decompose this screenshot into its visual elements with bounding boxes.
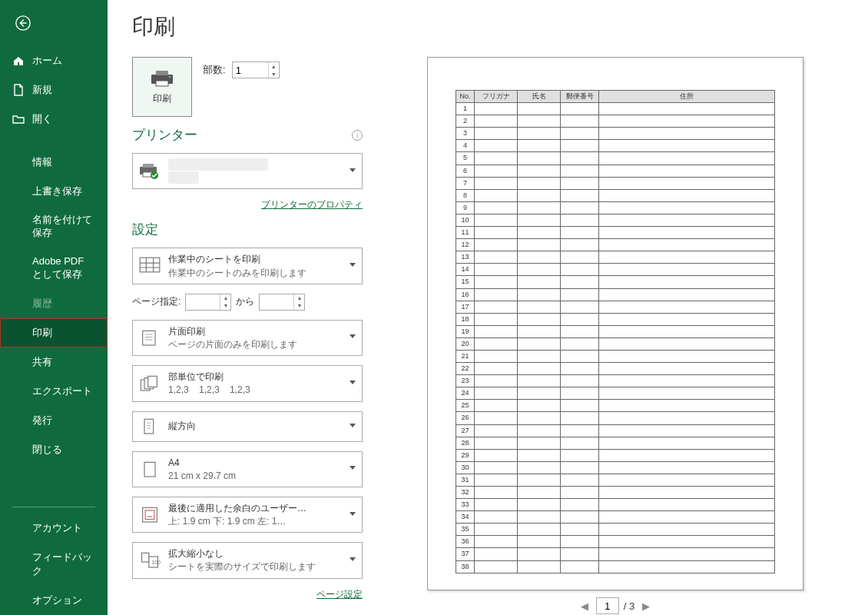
page-from-input[interactable]: ▲▼ <box>185 294 231 311</box>
open-folder-icon <box>12 113 25 125</box>
svg-rect-2 <box>156 71 168 75</box>
table-row: 30 <box>456 461 775 474</box>
printer-name-text: XXXXXXX XXX <box>168 158 339 184</box>
table-row: 2 <box>456 115 775 128</box>
margins-icon <box>139 506 161 524</box>
chevron-down-icon <box>350 424 356 430</box>
nav-home[interactable]: ホーム <box>0 46 108 75</box>
table-row: 26 <box>456 412 775 424</box>
printer-icon <box>150 69 174 88</box>
table-row: 31 <box>456 474 775 486</box>
nav-label: 閉じる <box>32 443 62 457</box>
nav-label: 開く <box>32 112 52 126</box>
table-row: 4 <box>456 140 775 152</box>
table-row: 5 <box>456 152 775 165</box>
print-area-dropdown[interactable]: 作業中のシートを印刷作業中のシートのみを印刷します <box>132 248 363 284</box>
table-row: 7 <box>456 177 775 189</box>
paper-size-icon <box>139 460 161 478</box>
chevron-down-icon <box>350 512 356 518</box>
info-icon[interactable]: i <box>352 130 363 141</box>
table-row: 21 <box>456 350 775 362</box>
page-range-label: ページ指定: <box>132 295 181 308</box>
svg-rect-3 <box>156 81 168 86</box>
table-row: 22 <box>456 363 775 375</box>
printer-properties-link[interactable]: プリンターのプロパティ <box>261 199 363 210</box>
nav-feedback[interactable]: フィードバック <box>0 543 108 586</box>
nav-options[interactable]: オプション <box>0 586 108 615</box>
preview-page: No.フリガナ氏名郵便番号住所 123456789101112131415161… <box>427 57 803 590</box>
table-row: 28 <box>456 437 775 449</box>
table-row: 9 <box>456 201 775 214</box>
nav-adobe-pdf[interactable]: Adobe PDF として保存 <box>0 248 108 289</box>
table-row: 10 <box>456 214 775 226</box>
svg-rect-9 <box>140 258 160 273</box>
printer-section-header: プリンター i <box>132 126 363 144</box>
scaling-dropdown[interactable]: 100 拡大縮小なしシートを実際のサイズで印刷します <box>132 542 363 578</box>
page-to-label: から <box>236 295 254 308</box>
table-row: 25 <box>456 400 775 412</box>
svg-rect-13 <box>148 376 157 387</box>
page-title: 印刷 <box>132 12 868 42</box>
table-header: 郵便番号 <box>561 91 599 103</box>
nav-close[interactable]: 閉じる <box>0 435 108 464</box>
back-button[interactable] <box>9 9 37 37</box>
table-row: 18 <box>456 313 775 325</box>
current-page-input[interactable] <box>596 597 619 614</box>
table-row: 32 <box>456 487 775 499</box>
sides-dropdown[interactable]: 片面印刷ページの片面のみを印刷します <box>132 320 363 356</box>
nav-label: Adobe PDF として保存 <box>32 255 95 281</box>
table-row: 12 <box>456 239 775 251</box>
table-row: 6 <box>456 165 775 177</box>
table-header: 氏名 <box>518 91 561 103</box>
nav-new[interactable]: 新規 <box>0 75 108 105</box>
printer-dropdown[interactable]: XXXXXXX XXX <box>132 153 363 189</box>
nav-publish[interactable]: 発行 <box>0 406 108 435</box>
table-row: 33 <box>456 499 775 511</box>
new-file-icon <box>12 84 25 96</box>
nav-label: 履歴 <box>32 297 52 311</box>
prev-page-button[interactable]: ◀ <box>578 599 591 613</box>
nav-label: アカウント <box>32 521 82 535</box>
print-button[interactable]: 印刷 <box>132 57 192 117</box>
copies-input[interactable]: ▲▼ <box>232 62 280 78</box>
print-settings-column: 印刷 部数: ▲▼ プリンター i <box>132 57 363 615</box>
paper-size-dropdown[interactable]: A421 cm x 29.7 cm <box>132 451 363 487</box>
orientation-dropdown[interactable]: 縦方向 <box>132 411 363 442</box>
settings-section-header: 設定 <box>132 221 363 238</box>
table-header: No. <box>456 91 475 103</box>
nav-saveas[interactable]: 名前を付けて保存 <box>0 206 108 248</box>
table-header: フリガナ <box>475 91 518 103</box>
nav-export[interactable]: エクスポート <box>0 377 108 406</box>
page-navigation: ◀ / 3 ▶ <box>375 597 856 615</box>
back-arrow-icon <box>15 15 31 32</box>
backstage-sidebar: ホーム 新規 開く 情報 上書き保存 名前を付けて保存 Adobe PDF とし… <box>0 0 108 615</box>
chevron-down-icon <box>350 466 356 472</box>
collate-dropdown[interactable]: 部単位で印刷1,2,3 1,2,3 1,2,3 <box>132 365 363 401</box>
main-content: 印刷 印刷 部数: <box>108 0 868 615</box>
svg-rect-6 <box>143 164 154 168</box>
nav-print[interactable]: 印刷 <box>0 318 108 347</box>
margins-dropdown[interactable]: 最後に適用した余白のユーザー設定上: 1.9 cm 下: 1.9 cm 左: 1… <box>132 497 363 533</box>
table-row: 36 <box>456 536 775 548</box>
nav-save[interactable]: 上書き保存 <box>0 177 108 206</box>
page-setup-link[interactable]: ページ設定 <box>316 589 363 600</box>
print-button-label: 印刷 <box>153 92 171 105</box>
nav-label: ホーム <box>32 54 62 68</box>
spinner-arrows[interactable]: ▲▼ <box>268 62 279 78</box>
chevron-down-icon <box>350 381 356 387</box>
svg-rect-10 <box>143 331 155 345</box>
table-row: 17 <box>456 301 775 313</box>
nav-account[interactable]: アカウント <box>0 514 108 543</box>
chevron-down-icon <box>350 557 356 563</box>
nav-label: 共有 <box>32 355 52 369</box>
copies-value-field[interactable] <box>233 62 268 78</box>
nav-open[interactable]: 開く <box>0 105 108 134</box>
nav-info[interactable]: 情報 <box>0 148 108 177</box>
next-page-button[interactable]: ▶ <box>639 599 653 613</box>
printer-status-icon <box>139 162 161 181</box>
nav-share[interactable]: 共有 <box>0 347 108 377</box>
table-row: 23 <box>456 375 775 387</box>
one-sided-icon <box>139 328 161 347</box>
table-row: 19 <box>456 325 775 337</box>
page-to-input[interactable]: ▲▼ <box>259 294 305 311</box>
